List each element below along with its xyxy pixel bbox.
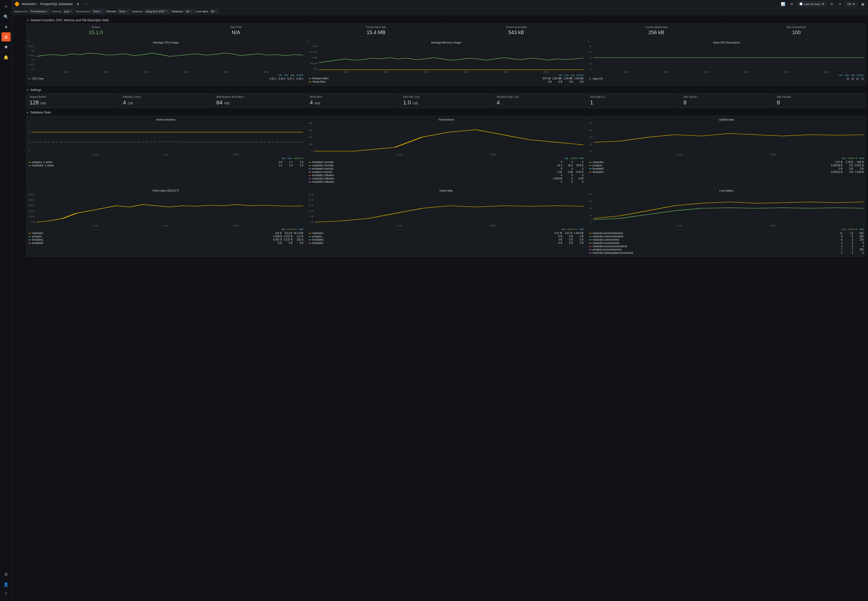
fd-legend-label: Open FD (592, 77, 603, 80)
resident-avg: 1.29 MB (563, 77, 573, 80)
legend-row: mastodon2.67 B2.39 B965 B (589, 160, 864, 164)
share-button[interactable]: ⋯ (83, 2, 90, 6)
postgres-active-legend: postgres, s: active 2.0 1.7 1.0 (29, 160, 303, 164)
insert-data-chart: Insert data 25 B20 B15 B10 B5 B0 B 12:00… (306, 187, 586, 257)
shared-buffers-value: 128 (30, 99, 39, 106)
interval-selector: Interval auto ▼ (52, 9, 74, 14)
database-value: All (186, 10, 189, 13)
sidebar-explore-icon[interactable]: ⏺ (2, 43, 11, 52)
update-label: Current update data (590, 26, 723, 29)
settings-icon[interactable]: ⚙ (789, 2, 795, 6)
cpu-chart-card: ℹ Average CPU Usage 6.50 s6 s5.50 s5 s4.… (26, 39, 305, 86)
fetch-data-chart: Fetch data (SELECT) 500 B400 B300 B200 B… (26, 187, 305, 257)
database-label: Database (171, 10, 183, 13)
max-conn-label: Max Connections (730, 26, 863, 29)
transactions-chart: Transactions 4003002001000 12:0000:00 (306, 116, 586, 186)
sidebar-search-icon[interactable]: 🔍 (2, 12, 11, 21)
top-bar: 🔶 Mastodon / PostgreSQL Database ★ ⋯ 📊 ⚙… (12, 0, 868, 8)
mastodon-active-label: mastodon, s: active (32, 164, 54, 167)
start-time-label: Start Time (170, 26, 302, 29)
refresh-button[interactable]: ↺ (837, 2, 843, 6)
update-value: 256 kB (590, 30, 723, 35)
legend-row: template0 commits000 (309, 167, 583, 170)
breadcrumb-mastodon[interactable]: Mastodon (22, 2, 36, 6)
lock-table-dropdown[interactable]: All ▼ (209, 9, 219, 14)
fd-max: 12 (851, 77, 854, 80)
side-panel-icon[interactable]: ▣ (860, 2, 866, 6)
settings-section-header[interactable]: ▼ Settings (26, 87, 866, 93)
zoom-out-button[interactable]: ⊖ (828, 2, 834, 6)
general-section-header[interactable]: ▼ General Counters, CPU, Memory and File… (26, 17, 866, 23)
version-card: Version 15.1.0 (26, 23, 166, 38)
fetch-value: 15.4 MB (310, 30, 442, 35)
database-selector: Database All ▼ (171, 9, 194, 14)
maintenance-work-mem-label: Maintenance Work Mem (216, 96, 302, 98)
work-mem-unit: MiB (315, 101, 320, 105)
legend-row: mastodon commits41.338.229.8 K (309, 164, 583, 167)
lock-tables-legends: mastodon,accesssharelock1111482mastodon,… (589, 232, 864, 255)
cpu-info-icon: ℹ (27, 40, 29, 43)
max-wal-size-unit: GiB (413, 101, 418, 105)
fd-current: 12 (861, 77, 864, 80)
maintenance-work-mem-unit: MiB (224, 101, 230, 105)
sidebar-alert-icon[interactable]: 🔔 (2, 53, 11, 62)
interval-dropdown[interactable]: auto ▼ (62, 9, 74, 14)
release-dropdown[interactable]: None ▼ (117, 9, 130, 14)
resident-max: 1.83 MB (552, 77, 562, 80)
insert-data-legends: mastodon5.51 B4.57 B1.94 KiBpostgres0 B0… (309, 232, 583, 245)
legend-row: postgres,accesssharelock11362 (589, 248, 864, 251)
lock-tables-title: Lock tables (589, 189, 864, 192)
db-section-header[interactable]: ▼ Database Stats (26, 109, 866, 116)
legend-row: mastodon,accesssharelock1111482 (589, 232, 864, 235)
postgres-active-label: postgres, s: active (32, 161, 53, 163)
namespace-selector: Namespace None ▼ (76, 9, 105, 14)
sidebar-menu-icon[interactable]: ≡ (2, 2, 11, 11)
random-page-cost-value: 4 (496, 99, 499, 106)
time-range-label: Last 24 hours (804, 3, 821, 6)
sidebar-star-icon[interactable]: ★ (2, 22, 11, 31)
max-wal-size-card: Max WAL Size 1.0 GiB (400, 93, 492, 108)
instance-dropdown[interactable]: ublog.tech:9187 ▼ (143, 9, 170, 14)
update-data-chart: Update data 8 B6 B4 B2 B0 B 12:0000:00 (587, 116, 866, 186)
lock-table-label: Lock table (195, 10, 208, 13)
time-range-button[interactable]: 🕐 Last 24 hours ▼ (797, 1, 827, 6)
shared-buffers-unit: MiB (40, 101, 46, 105)
seq-page-cost-label: Seq Page Co... (590, 96, 676, 98)
datasource-selector: datasource Prometheus ▼ (14, 9, 50, 14)
legend-row: mastodon rollbacks0.0041603.00 (309, 177, 583, 180)
max-conn-value: 100 (730, 30, 863, 35)
resident-current: 1.06 MB (574, 77, 583, 80)
work-mem-value: 4 (310, 99, 313, 106)
breadcrumb-sep: / (38, 2, 39, 6)
release-selector: Release None ▼ (106, 9, 131, 14)
sidebar-dashboard-icon[interactable]: ⊞ (2, 32, 11, 41)
fd-avg: 12 (856, 77, 859, 80)
datasource-dropdown[interactable]: Prometheus ▼ (29, 9, 50, 14)
star-button[interactable]: ★ (75, 2, 81, 6)
legend-row: template10.00151 B0 B0.546 B (589, 170, 864, 174)
max-conn-card: Max Connections 100 (727, 23, 866, 38)
interval-button[interactable]: 10s ▼ (845, 2, 857, 6)
fd-chart-title: Open File Descriptors (589, 41, 864, 44)
legend-row: template10.457 B0.237 B165 B (29, 238, 303, 241)
namespace-dropdown[interactable]: None ▼ (91, 9, 105, 14)
seq-page-cost-value: 1 (590, 99, 593, 106)
active-sessions-sparkline (31, 122, 303, 153)
legend-row: mastodon5.51 B4.57 B1.94 KiB (309, 232, 583, 235)
transactions-sparkline (314, 122, 583, 153)
legend-row: postgres commits2.812.402.02 K (309, 170, 583, 174)
database-dropdown[interactable]: All ▼ (184, 9, 194, 14)
datasource-value: Prometheus (30, 10, 46, 13)
legend-row: mastodon,shareupdateexclusivelock114 (589, 251, 864, 255)
app-logo: 🔶 (14, 1, 20, 7)
virtual-current: 0 B (574, 80, 583, 83)
memory-chart-card: ℹ Average Memory Usage 2 MB1.50 MB1 MB50… (306, 39, 586, 86)
general-section-title: General Counters, CPU, Memory and File D… (30, 18, 109, 22)
interval-label: Interval (52, 10, 61, 13)
max-wal-size-value: 1.0 (403, 99, 411, 106)
sidebar: ≡ 🔍 ★ ⊞ ⏺ 🔔 ⚙ 👤 ? (0, 0, 12, 260)
start-time-value: N/A (170, 30, 302, 35)
legend-row: template00 B0 B0 B (309, 238, 583, 241)
bar-chart-icon[interactable]: 📊 (779, 2, 787, 6)
effective-cache-label: Effective Cache (123, 96, 209, 98)
